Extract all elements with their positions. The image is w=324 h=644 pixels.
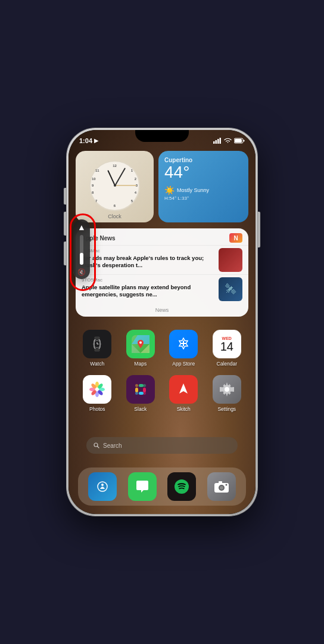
status-icons [213, 138, 245, 144]
widgets-row: 12 1 2 3 4 5 6 7 8 9 10 11 Cl [76, 151, 248, 222]
clock-widget-label: Clock [108, 213, 122, 219]
svg-rect-44 [219, 481, 222, 484]
clock-number-9: 9 [92, 184, 94, 187]
maps-icon [126, 330, 155, 358]
news-source-1: 9to5Mac [82, 248, 214, 253]
search-icon [94, 442, 99, 448]
volume-speaker-icon: 🔇 [77, 268, 86, 276]
news-title-2: Apple satellite plans may extend beyond … [82, 284, 214, 299]
watch-label: Watch [90, 361, 104, 367]
svg-rect-34 [135, 392, 138, 395]
appstore-label: App Store [172, 361, 195, 367]
app-row-2: Photos [76, 375, 248, 412]
clock-number-11: 11 [95, 169, 99, 172]
dock-camera[interactable] [207, 472, 236, 501]
svg-rect-28 [135, 384, 138, 387]
news-item-2[interactable]: 9TO5Mac Apple satellite plans may extend… [76, 274, 248, 304]
news-widget[interactable]: Apple News N 9to5Mac tter ads may break … [76, 228, 248, 317]
clock-number-1: 1 [131, 169, 133, 172]
news-thumbnail-1 [219, 248, 242, 272]
svg-point-43 [220, 486, 223, 490]
skitch-icon [169, 375, 198, 404]
news-source-2: 9TO5Mac [82, 277, 214, 283]
svg-rect-0 [213, 141, 215, 144]
notch [135, 130, 189, 142]
volume-bar [80, 235, 83, 265]
svg-rect-2 [217, 139, 219, 144]
news-logo-icon: N [229, 233, 242, 243]
weather-condition: Mostly Sunny [177, 187, 209, 193]
app-watch[interactable]: Watch [80, 330, 114, 367]
wifi-icon [224, 138, 232, 144]
cleanmaster-icon [88, 472, 117, 501]
slack-icon [126, 375, 155, 404]
app-grid: Watch [76, 330, 248, 420]
clock-sec-hand [115, 185, 136, 186]
clock-min-hand [114, 168, 125, 185]
news-title-1: tter ads may break Apple's rules to trac… [82, 255, 214, 270]
calendar-label: Calendar [217, 361, 238, 367]
svg-rect-11 [95, 337, 99, 339]
dock-messages[interactable] [128, 472, 157, 501]
mute-button[interactable] [64, 188, 66, 205]
weather-range: H:54° L:33° [164, 196, 242, 201]
clock-number-7: 7 [95, 199, 97, 203]
news-footer-label: News [76, 304, 248, 317]
app-photos[interactable]: Photos [80, 375, 114, 412]
watch-icon [83, 330, 111, 358]
clock-number-10: 10 [92, 177, 96, 181]
news-content-1: 9to5Mac tter ads may break Apple's rules… [82, 248, 214, 272]
volume-up-arrow: ▲ [77, 223, 86, 231]
volume-up-button[interactable] [64, 212, 66, 236]
svg-rect-3 [220, 138, 222, 144]
app-slack[interactable]: Slack [124, 375, 157, 412]
messages-icon [128, 472, 157, 501]
svg-point-17 [139, 342, 142, 344]
battery-icon [234, 138, 245, 144]
settings-label: Settings [217, 406, 236, 412]
app-maps[interactable]: Maps [124, 330, 157, 367]
photos-icon [83, 375, 111, 404]
dock-spotify[interactable] [167, 472, 196, 501]
svg-line-37 [98, 447, 99, 448]
location-icon: ▶ [94, 138, 98, 144]
weather-condition-row: ☀️ Mostly Sunny [164, 185, 242, 195]
calendar-date: 14 [220, 340, 233, 352]
clock-number-2: 2 [135, 177, 136, 181]
photos-label: Photos [89, 406, 105, 412]
clock-number-5: 5 [131, 199, 133, 203]
spotify-icon [167, 472, 196, 501]
svg-rect-29 [139, 384, 144, 387]
search-bar[interactable]: Search [86, 437, 238, 454]
svg-rect-1 [216, 140, 217, 144]
dock [78, 467, 246, 506]
svg-point-39 [101, 484, 104, 486]
app-row-1: Watch [76, 330, 248, 367]
svg-rect-27 [135, 388, 138, 392]
app-appstore[interactable]: App Store [167, 330, 200, 367]
phone-frame: 1:04 ▶ [67, 128, 257, 516]
clock-number-6: 6 [114, 204, 116, 208]
app-settings[interactable]: Settings [210, 375, 244, 412]
clock-widget[interactable]: 12 1 2 3 4 5 6 7 8 9 10 11 Cl [76, 151, 154, 222]
weather-widget[interactable]: Cupertino 44° ☀️ Mostly Sunny H:54° L:33… [158, 151, 248, 222]
skitch-label: Skitch [177, 406, 191, 412]
svg-rect-31 [143, 388, 146, 392]
svg-rect-33 [139, 392, 144, 395]
news-thumbnail-2: 🛰 [219, 277, 242, 301]
clock-center [114, 184, 116, 187]
phone-screen: 1:04 ▶ [68, 130, 256, 514]
svg-point-45 [225, 484, 227, 486]
app-skitch[interactable]: Skitch [167, 375, 200, 412]
svg-rect-6 [235, 139, 242, 143]
dock-cleanmaster[interactable] [88, 472, 117, 501]
news-header: Apple News N [76, 228, 248, 245]
news-item-1[interactable]: 9to5Mac tter ads may break Apple's rules… [76, 245, 248, 274]
power-button[interactable] [258, 212, 260, 247]
weather-temperature: 44° [164, 163, 242, 182]
app-calendar[interactable]: WED 14 Calendar [210, 330, 244, 367]
volume-indicator: ▲ 🔇 [73, 219, 90, 279]
calendar-icon: WED 14 [213, 330, 241, 358]
news-content-2: 9TO5Mac Apple satellite plans may extend… [82, 277, 214, 301]
volume-down-button[interactable] [64, 242, 66, 265]
